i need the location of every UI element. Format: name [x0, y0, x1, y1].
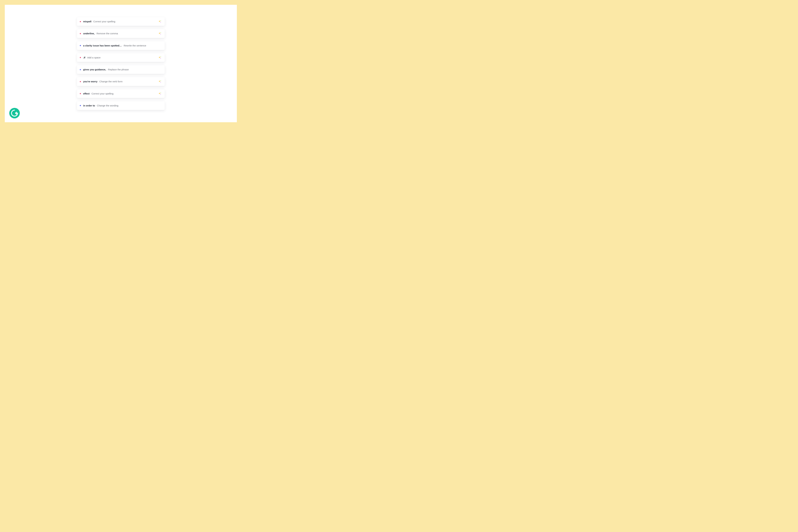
sparkle-icon	[158, 32, 162, 35]
suggestion-card[interactable]: .If·Add a space	[77, 53, 165, 62]
category-dot-icon	[80, 81, 81, 82]
suggestion-card[interactable]: in order to·Change the wording	[77, 101, 165, 110]
suggestion-text: in order to·Change the wording	[83, 104, 162, 107]
category-dot-icon	[80, 69, 81, 70]
suggestion-text: a clarity issue has been spotted…·Rewrit…	[83, 44, 162, 47]
category-dot-icon	[80, 57, 81, 58]
suggestion-list: mispell·Correct your spelling underline,…	[77, 17, 165, 122]
suggestion-action: Rewrite the sentence	[124, 44, 146, 47]
suggestion-text: you're worry·Change the verb form	[83, 80, 156, 83]
separator: ·	[90, 92, 91, 95]
category-dot-icon	[80, 105, 81, 106]
grammarly-logo-icon[interactable]	[9, 108, 20, 118]
suggestion-term: underline,	[83, 32, 95, 35]
category-dot-icon	[80, 21, 81, 22]
suggestion-action: Remove the comma	[97, 32, 118, 35]
suggestion-term: effect	[83, 92, 90, 95]
suggestion-card[interactable]: gives you guidance,·Replace the phrase	[77, 65, 165, 74]
category-dot-icon	[80, 93, 81, 94]
category-dot-icon	[80, 45, 81, 46]
separator: ·	[92, 20, 93, 23]
suggestion-term: gives you guidance,	[83, 68, 106, 71]
suggestion-card[interactable]: effect·Correct your spelling	[77, 89, 165, 98]
sparkle-icon	[158, 20, 162, 23]
suggestion-text: underline,·Remove the comma	[83, 32, 156, 35]
sparkle-icon	[158, 80, 162, 83]
separator: ·	[95, 32, 96, 35]
suggestion-term: mispell	[83, 20, 92, 23]
suggestion-card[interactable]: you're worry·Change the verb form	[77, 77, 165, 86]
sparkle-icon	[158, 56, 162, 59]
suggestion-card[interactable]: mispell·Correct your spelling	[77, 17, 165, 26]
separator: ·	[122, 44, 123, 47]
suggestion-term: a clarity issue has been spotted…	[83, 44, 122, 47]
suggestion-action: Correct your spelling	[93, 20, 115, 23]
suggestion-action: Replace the phrase	[108, 68, 129, 71]
suggestion-text: .If·Add a space	[83, 56, 156, 59]
suggestion-text: effect·Correct your spelling	[83, 92, 156, 95]
suggestion-action: Change the verb form	[99, 80, 122, 83]
suggestion-text: gives you guidance,·Replace the phrase	[83, 68, 162, 71]
category-dot-icon	[80, 33, 81, 34]
suggestion-term: in order to	[83, 104, 95, 107]
separator: ·	[96, 104, 96, 107]
suggestion-action: Change the wording	[97, 104, 118, 107]
sparkle-icon	[158, 92, 162, 95]
suggestion-action: Add a space	[87, 56, 100, 59]
separator: ·	[107, 68, 107, 71]
suggestion-action: Correct your spelling	[92, 92, 113, 95]
separator: ·	[98, 80, 99, 83]
suggestion-card[interactable]: underline,·Remove the comma	[77, 29, 165, 38]
suggestion-text: mispell·Correct your spelling	[83, 20, 156, 23]
separator: ·	[86, 56, 87, 59]
suggestion-card[interactable]: a clarity issue has been spotted…·Rewrit…	[77, 41, 165, 50]
main-canvas: mispell·Correct your spelling underline,…	[5, 5, 237, 122]
suggestion-term: you're worry	[83, 80, 97, 83]
suggestion-term: .If	[83, 56, 85, 59]
